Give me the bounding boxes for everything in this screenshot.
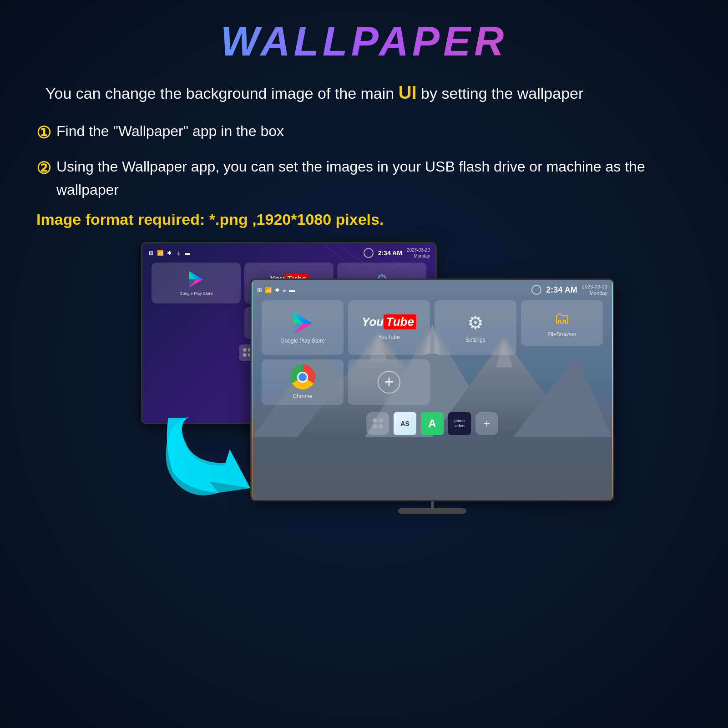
- step-1-number: ①: [36, 120, 51, 146]
- step-1: ① Find the "Wallpaper" app in the box: [36, 120, 692, 146]
- signal-icon: 📶: [157, 250, 163, 256]
- front-usb-icon: ⏚: [283, 287, 286, 293]
- front-dock-plus[interactable]: +: [475, 412, 498, 435]
- back-clock: 2:34 AM 2023-03-20 Monday: [364, 247, 430, 259]
- front-dock: AS A primevideo +: [257, 412, 607, 435]
- back-status-icons: ⊞ 📶 ✱ ⏚ ▬: [148, 250, 191, 256]
- arrow-icon: [159, 409, 259, 500]
- front-filebrowser-icon: 🗂: [554, 308, 570, 328]
- front-dock-as[interactable]: AS: [394, 412, 416, 435]
- step-2-number: ②: [36, 155, 51, 182]
- front-playstore-tile[interactable]: Google Play Store: [262, 300, 344, 355]
- front-plus-icon: +: [378, 371, 400, 394]
- svg-rect-18: [253, 437, 612, 500]
- bluetooth-icon: ✱: [166, 250, 172, 256]
- page-container: WALLPAPER You can change the background …: [0, 0, 728, 728]
- step-2-text: Using the Wallpaper app, you can set the…: [56, 155, 692, 202]
- play-store-icon: [187, 270, 205, 288]
- front-tv-ui: ⊞ 📶 ✱ ⏚ ▬ 2:34 AM 2023-03-20 Monday: [252, 280, 613, 500]
- front-youtube-logo: YouTube: [362, 314, 416, 329]
- back-clock-time: 2:34 AM: [378, 249, 402, 257]
- front-app-grid: Google Play Store YouTube YouTube ⚙: [257, 300, 607, 405]
- front-sim-icon: ▬: [289, 287, 295, 293]
- description-highlight: UI: [399, 82, 417, 102]
- front-chrome-icon: [290, 364, 315, 389]
- front-dock-grid[interactable]: [366, 412, 389, 435]
- page-title: WALLPAPER: [36, 18, 692, 65]
- front-tv-wrapper: ⊞ 📶 ✱ ⏚ ▬ 2:34 AM 2023-03-20 Monday: [250, 278, 614, 514]
- front-wifi-icon: ⊞: [257, 287, 262, 293]
- front-youtube-tile[interactable]: YouTube YouTube: [348, 300, 430, 355]
- globe-icon: [364, 248, 374, 258]
- back-playstore-label: Google Play Store: [179, 291, 212, 296]
- front-status-icons: ⊞ 📶 ✱ ⏚ ▬: [257, 287, 295, 293]
- front-filebrowser-tile[interactable]: 🗂 FileBrowser: [521, 300, 603, 346]
- step-1-text: Find the "Wallpaper" app in the box: [56, 120, 284, 143]
- front-settings-tile[interactable]: ⚙ Settings: [435, 300, 516, 355]
- front-clock-date: 2023-03-20 Monday: [582, 283, 607, 297]
- front-plus-tile[interactable]: +: [348, 359, 430, 405]
- front-youtube-label: YouTube: [378, 334, 399, 340]
- wifi-icon: ⊞: [148, 250, 154, 256]
- arrow-container: [159, 409, 259, 501]
- front-signal-icon: 📶: [265, 287, 272, 293]
- usb-icon: ⏚: [175, 250, 182, 256]
- screens-area: ⊞ 📶 ✱ ⏚ ▬ 2:34 AM 2023-03-20 Monday: [114, 242, 614, 538]
- front-tv-frame: ⊞ 📶 ✱ ⏚ ▬ 2:34 AM 2023-03-20 Monday: [250, 278, 614, 501]
- step-2: ② Using the Wallpaper app, you can set t…: [36, 155, 692, 202]
- front-chrome-label: Chrome: [293, 393, 313, 399]
- front-tv-stand: [250, 501, 614, 514]
- description-rest: by setting the wallpaper: [417, 85, 584, 102]
- front-clock: 2:34 AM 2023-03-20 Monday: [531, 283, 607, 297]
- back-status-bar: ⊞ 📶 ✱ ⏚ ▬ 2:34 AM 2023-03-20 Monday: [148, 247, 430, 259]
- front-grid-icon: [373, 418, 383, 429]
- back-playstore-tile[interactable]: Google Play Store: [152, 263, 241, 303]
- front-globe-icon: [531, 285, 541, 295]
- image-format: Image format required: *.png ,1920*1080 …: [36, 211, 692, 228]
- front-chrome-tile[interactable]: Chrome: [262, 359, 344, 405]
- front-dock-prime[interactable]: primevideo: [448, 412, 471, 435]
- front-dock-aptoide[interactable]: A: [421, 412, 444, 435]
- sim-icon: ▬: [184, 250, 191, 256]
- front-settings-gear-icon: ⚙: [467, 312, 484, 333]
- description-main: You can change the background image of t…: [46, 85, 399, 102]
- front-filebrowser-label: FileBrowser: [547, 331, 576, 338]
- back-clock-date: 2023-03-20 Monday: [407, 247, 430, 259]
- front-bluetooth-icon: ✱: [275, 287, 280, 293]
- front-playstore-label: Google Play Store: [280, 338, 324, 344]
- front-clock-time: 2:34 AM: [546, 285, 577, 295]
- front-status-bar: ⊞ 📶 ✱ ⏚ ▬ 2:34 AM 2023-03-20 Monday: [257, 283, 607, 297]
- front-settings-label: Settings: [465, 337, 485, 343]
- description: You can change the background image of t…: [36, 79, 692, 106]
